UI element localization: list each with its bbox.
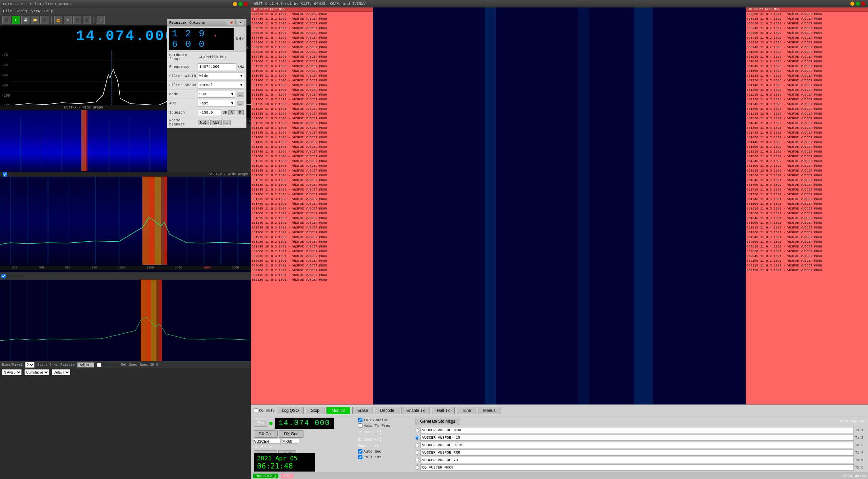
decode-row-right[interactable]: 061345 11 0.3 1092 - VU3FOE VU3CER MK68 (746, 121, 868, 126)
dx-grid-btn[interactable]: DX Grid (279, 430, 304, 438)
decode-row-left[interactable]: 062000 11 0.2 1091 - VU3FOE VU3CER MK68 (251, 249, 373, 254)
agc-extra-btn[interactable]: ... (237, 101, 244, 106)
decode-row-right[interactable]: 061615 12 0.3 1092 - VU3FOE VU3CER MK68 (746, 168, 868, 173)
decode-row-right[interactable]: 061245 11 0.3 1093 - VU3FOE VU3CER MK68 (746, 102, 868, 107)
avg-select[interactable]: N Avg 5 (2, 369, 22, 375)
decode-row-left[interactable]: 060830 11 0.4 1092 - VU3FOE VU3CER MK68 (251, 31, 373, 36)
decode-row-left[interactable]: 061215 10 0.2 1093 - VU3FOE VU3CER MK68 (251, 102, 373, 107)
decode-row-right[interactable]: 061045 11 0.3 1093 - VU3FOE VU3CER MK68 (746, 64, 868, 69)
decode-row-right[interactable]: 060930 12 0.3 1093 - VU3FOE VU3CER MK68 (746, 40, 868, 45)
auto-seq-label[interactable]: Auto Seq (358, 449, 412, 454)
decode-row-right[interactable]: 061415 11 0.3 1091 - VU3FOE VU3CER MK68 (746, 131, 868, 135)
toolbar-btn-7[interactable]: ⚙ (64, 16, 72, 24)
log-qso-btn[interactable]: Log QSO (277, 407, 304, 414)
rx-pin-btn[interactable]: 📌 (227, 20, 236, 25)
decode-row-right[interactable]: 061430 11 0.3 1092 - VU3FOE VU3CER MK68 (746, 135, 868, 140)
decode-row-right[interactable]: 061015 11 0.4 1093 - VU3FOE VU3CER MK68 (746, 55, 868, 59)
decode-row-right[interactable]: 061715 11 0.3 1092 - VU3FOE VU3CER MK68 (746, 187, 868, 192)
nb-extra-btn[interactable]: ... (223, 120, 231, 125)
toolbar-btn-8[interactable]: ⬛ (73, 16, 81, 24)
decode-row-right[interactable]: 061330 11 0.3 1092 - VU3FOE VU3CER MK68 (746, 116, 868, 121)
decode-row-left[interactable]: 061930 11 0.2 1092 - VU3FOE VU3CER MK68 (251, 240, 373, 244)
decode-row-left[interactable]: 061830 11 0.2 1092 - VU3FOE VU3CER MK68 (251, 221, 373, 225)
hold-tx-cb[interactable] (358, 423, 362, 428)
decode-row-left[interactable]: 062130 11 0.3 1091 - VU3FOE VU3CER MK68 (251, 278, 373, 282)
decode-row-right[interactable]: 060830 11 0.3 1091 - VU3FOE VU3CER MK68 (746, 21, 868, 26)
tx-radio-3[interactable] (415, 443, 419, 447)
decode-row-right[interactable]: 061515 11 0.3 1092 - VU3FOE VU3CER MK68 (746, 149, 868, 154)
decode-row-left[interactable]: 060815 11 0.4 1092 - VU3FOE VU3CER MK68 (251, 26, 373, 31)
halt-tx-btn[interactable]: Halt Tx (432, 407, 455, 414)
erase-btn[interactable]: Erase (352, 407, 373, 414)
decode-row-left[interactable]: 061100 11 0.4 1093 - VU3FOE VU3CER MK68 (251, 78, 373, 83)
decode-row-left[interactable]: 061145 11 0.4 1093 - VU3FOE VU3CER MK68 (251, 93, 373, 97)
decode-row-right[interactable]: 061930 11 0.3 1091 - VU3FOE VU3CER MK68 (746, 230, 868, 235)
decode-row-right[interactable]: 061900 11 0.4 1091 - VU3FOE VU3CER MK68 (746, 221, 868, 225)
tx-msg-input-3[interactable] (420, 442, 854, 448)
menu-file[interactable]: File (3, 9, 12, 13)
decode-row-right[interactable]: 061600 11 0.2 1092 - VU3FOE VU3CER MK68 (746, 164, 868, 168)
enable-tx-btn[interactable]: Enable Tx (401, 407, 430, 414)
decode-row-left[interactable]: 060930 12 0.3 1093 - VU3FOE VU3CER MK68 (251, 50, 373, 55)
decode-row-right[interactable]: 061215 11 0.3 1093 - VU3FOE VU3CER MK68 (746, 93, 868, 97)
decode-row-right[interactable]: 061230 11 0.3 1093 - VU3FOE VU3CER MK68 (746, 97, 868, 102)
decode-row-left[interactable]: 061600 11 0.2 1093 - VU3FOE VU3CER MK68 (251, 173, 373, 178)
decode-row-left[interactable]: 061445 11 0.4 1099 - VU3FOE VU3CER MK68 (251, 149, 373, 154)
toolbar-btn-6[interactable]: 📻 (54, 16, 62, 24)
decode-row-left[interactable]: 060900 11 0.2 1093 - VU3FOE VU3CER MK68 (251, 40, 373, 45)
decode-row-left[interactable]: 061845 10 0.3 1092 - VU3FOE VU3CER MK68 (251, 225, 373, 230)
decode-row-right[interactable]: 061630 11 0.3 1092 - VU3FOE VU3CER MK68 (746, 173, 868, 178)
decode-row-right[interactable]: 062030 11 0.3 1091 - VU3FOE VU3CER MK68 (746, 249, 868, 254)
decode-row-left[interactable]: 061730 11 0.2 1092 - VU3FOE VU3CER MK68 (251, 202, 373, 206)
decode-row-right[interactable]: 061730 11 0.3 1092 - VU3FOE VU3CER MK68 (746, 192, 868, 197)
decode-row-left[interactable]: 061345 11 0.2 1093 - VU3FOE VU3CER MK68 (251, 131, 373, 135)
gen-std-msgs-btn[interactable]: Generate Std Msgs (415, 418, 460, 425)
decode-row-right[interactable]: 061400 11 0.4 1091 - VU3FOE VU3CER MK68 (746, 126, 868, 131)
decode-row-left[interactable]: 061815 11 0.2 1092 - VU3FOE VU3CER MK68 (251, 216, 373, 221)
decode-row-right[interactable]: 060900 11 0.2 1092 - VU3FOE VU3CER MK69 (746, 31, 868, 36)
hold-tx-label[interactable]: Hold Tx Freq (358, 423, 412, 428)
menu-view[interactable]: View (31, 9, 40, 13)
controls-toggle[interactable] (1, 274, 6, 278)
toolbar-btn-1[interactable]: ⬛ (2, 16, 11, 24)
nb1-btn[interactable]: NB1 (198, 120, 209, 125)
decode-row-right[interactable]: 061000 11 0.3 1093 - VU3FOE VU3CER MK68 (746, 50, 868, 55)
tx-msg-input-4[interactable] (420, 450, 854, 456)
tx-radio-1[interactable] (415, 428, 419, 432)
decode-row-right[interactable]: 061545 11 0.3 1092 - VU3FOE VU3CER MK68 (746, 159, 868, 164)
decode-row-right[interactable]: 060800 11 0.3 1091 - VU3FOE VU3CER MK68 (746, 12, 868, 17)
flatten-cb[interactable] (97, 363, 101, 367)
cumul-select[interactable]: Cumulative (24, 369, 49, 375)
decode-row-left[interactable]: 061230 11 0.3 1093 - VU3FOE VU3CER MK68 (251, 107, 373, 112)
decode-row-right[interactable]: 060845 11 0.4 1092 - VU3FOE VU3CER MK68 (746, 26, 868, 31)
toolbar-btn-2[interactable]: ▶ (12, 16, 20, 24)
decode-row-right[interactable]: 061645 11 0.3 1091 - VU3FOE VU3CER MK68 (746, 178, 868, 183)
decode-row-right[interactable]: 060815 11 0.4 1092 - VU3FOE VU3CER MK68 (746, 17, 868, 21)
adjust-btn[interactable]: Adjust... (77, 362, 94, 367)
decode-row-right[interactable]: 062015 11 0.4 1091 - VU3FOE VU3CER MK68 (746, 244, 868, 249)
decode-row-left[interactable]: 062115 11 0.2 1091 - VU3FOE VU3CER MK68 (251, 273, 373, 278)
decode-row-left[interactable]: 061315 10 0.2 1093 - VU3FOE VU3CER MK68 (251, 121, 373, 126)
tx-even-label[interactable]: Tx even/1st (358, 418, 412, 422)
decode-row-left[interactable]: 062030 11 0.3 1091 - VU3FOE VU3CER MK68 (251, 259, 373, 263)
nb2-btn[interactable]: NB2 (210, 120, 221, 125)
tx-msg-input-2[interactable] (420, 435, 854, 441)
decode-row-right[interactable]: 061945 11 0.3 1091 - VU3FOE VU3CER MK68 (746, 235, 868, 240)
decode-row-left[interactable]: 061900 11 0.2 1092 - VU3FOE VU3CER MK68 (251, 230, 373, 235)
rx-freq-spinner[interactable]: ▲ ▼ (380, 437, 381, 443)
decode-row-right[interactable]: 061745 11 0.3 1091 - VU3FOE VU3CER MK68 (746, 197, 868, 202)
tune-btn[interactable]: Tune (457, 407, 476, 414)
decode-row-left[interactable]: 060730 11 0.2 1092 - VU3FOE VU3CER MK68 (251, 12, 373, 17)
band-selector[interactable]: 20m (254, 420, 267, 427)
dx-call-btn[interactable]: DX Call (254, 430, 278, 438)
decode-row-left[interactable]: 060800 11 0.3 1093 - VU3FOE VU3CER MK68 (251, 21, 373, 26)
squelch-r-btn[interactable]: R (237, 110, 244, 115)
mode-extra-btn[interactable]: ... (237, 92, 244, 97)
tx-radio-2[interactable] (415, 436, 419, 440)
menus-btn[interactable]: Menus (478, 407, 500, 414)
decode-row-left[interactable]: 061245 11 0.3 1093 - VU3FOE VU3CER MK68 (251, 112, 373, 116)
tx-radio-4[interactable] (415, 451, 419, 455)
decode-row-right[interactable]: 060915 11 0.2 1092 - VU3FOE VU3CER MK68 (746, 36, 868, 40)
agc-dropdown[interactable]: Fast ▼ (198, 100, 235, 107)
dx-grid-input[interactable] (282, 439, 299, 444)
